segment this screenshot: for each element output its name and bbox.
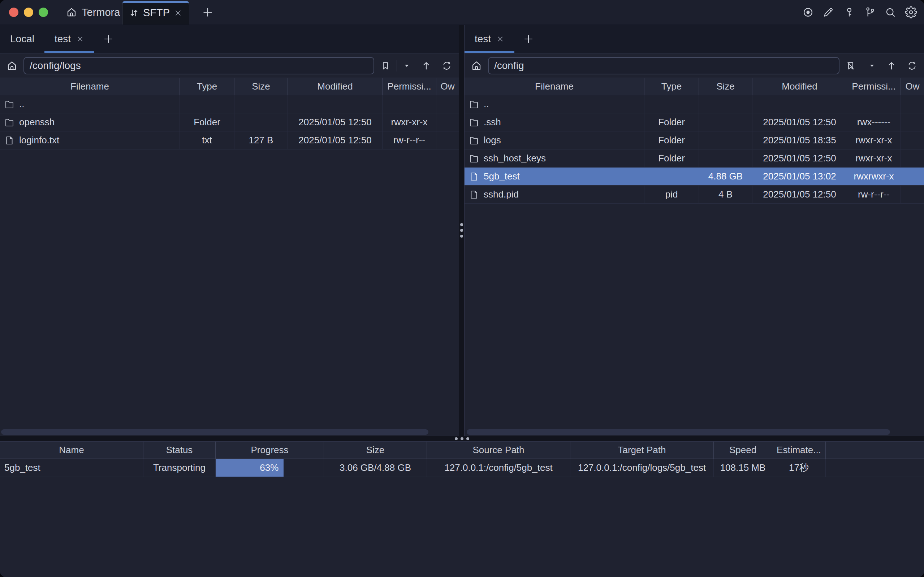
left-panel-empty-area: [0, 150, 459, 436]
table-row[interactable]: logs Folder 2025/01/05 18:35 rwxr-xr-x: [464, 131, 924, 150]
col-permissions[interactable]: Permissi...: [847, 78, 901, 95]
cell-modified: 2025/01/05 12:50: [288, 113, 382, 131]
col-progress[interactable]: Progress: [216, 442, 324, 459]
port-forwarding-button[interactable]: [863, 6, 876, 19]
settings-button[interactable]: [905, 6, 918, 19]
left-tab-test[interactable]: test: [44, 25, 94, 53]
col-permissions[interactable]: Permissi...: [382, 78, 436, 95]
edit-button[interactable]: [822, 6, 835, 19]
cell-size: 3.06 GB/4.88 GB: [324, 459, 427, 477]
cell-filename: 5gb_test: [484, 171, 520, 182]
col-size[interactable]: Size: [324, 442, 427, 459]
left-add-tab-button[interactable]: [94, 25, 123, 53]
cell-type: Folder: [644, 150, 699, 167]
vertical-splitter[interactable]: [459, 25, 464, 436]
col-type[interactable]: Type: [180, 78, 234, 95]
left-bookmark-menu-button[interactable]: [403, 62, 410, 69]
folder-icon: [469, 118, 479, 127]
right-tab-test[interactable]: test: [464, 25, 514, 53]
folder-icon: [469, 99, 479, 110]
table-row[interactable]: ssh_host_keys Folder 2025/01/05 12:50 rw…: [464, 150, 924, 168]
col-owner[interactable]: Ow: [901, 78, 924, 95]
search-button[interactable]: [884, 6, 897, 19]
record-icon: [802, 6, 814, 18]
col-status[interactable]: Status: [144, 442, 216, 459]
left-parent-dir-button[interactable]: [421, 60, 432, 71]
cell-size: 127 B: [234, 131, 288, 149]
cell-permissions: rw-r--r--: [382, 131, 436, 149]
col-owner[interactable]: Ow: [436, 78, 459, 95]
tab-termora[interactable]: Termora: [66, 6, 120, 18]
cell-type: pid: [644, 185, 699, 203]
arrow-up-icon: [421, 60, 432, 71]
tab-sftp-label: SFTP: [143, 7, 170, 19]
right-path-input[interactable]: [488, 57, 840, 74]
right-add-tab-button[interactable]: [514, 25, 543, 53]
keys-button[interactable]: [843, 6, 856, 19]
right-parent-dir-button[interactable]: [886, 60, 897, 71]
right-home-button[interactable]: [471, 60, 482, 71]
left-tab-local[interactable]: Local: [0, 25, 44, 53]
cell-filename: sshd.pid: [484, 189, 519, 200]
right-refresh-button[interactable]: [907, 60, 918, 71]
table-row[interactable]: sshd.pid pid 4 B 2025/01/05 12:50 rw-r--…: [464, 185, 924, 204]
col-size[interactable]: Size: [234, 78, 288, 95]
left-bookmark-button[interactable]: [381, 61, 390, 71]
left-file-table: Filename Type Size Modified Permissi... …: [0, 78, 459, 150]
col-name[interactable]: Name: [0, 442, 144, 459]
table-row-selected[interactable]: 5gb_test 4.88 GB 2025/01/05 13:02 rwxrwx…: [464, 168, 924, 185]
col-filename[interactable]: Filename: [464, 78, 644, 95]
col-source-path[interactable]: Source Path: [427, 442, 570, 459]
cell-type: Folder: [644, 113, 699, 131]
close-window-button[interactable]: [9, 8, 18, 17]
bottom-empty-area: [0, 477, 924, 577]
zoom-window-button[interactable]: [39, 8, 48, 17]
transfer-row[interactable]: 5gb_test Transporting 63% 3.06 GB/4.88 G…: [0, 459, 924, 477]
col-size[interactable]: Size: [699, 78, 752, 95]
cell-type: [644, 168, 699, 185]
divider: [862, 60, 862, 71]
col-filename[interactable]: Filename: [0, 78, 180, 95]
col-modified[interactable]: Modified: [752, 78, 847, 95]
cell-target-path: 127.0.0.1:/config/logs/5gb_test: [570, 459, 714, 477]
grip-icon: [455, 437, 469, 440]
grip-icon: [460, 223, 463, 238]
right-horizontal-scrollbar[interactable]: [464, 429, 924, 435]
col-target-path[interactable]: Target Path: [570, 442, 714, 459]
left-path-input[interactable]: [24, 57, 374, 74]
left-tab-close-icon[interactable]: [76, 35, 84, 43]
home-icon: [471, 60, 482, 71]
left-horizontal-scrollbar[interactable]: [0, 429, 459, 435]
right-bookmark-button[interactable]: [846, 61, 856, 71]
plus-icon: [523, 34, 534, 44]
table-row[interactable]: loginfo.txt txt 127 B 2025/01/05 12:50 r…: [0, 131, 459, 150]
right-tab-close-icon[interactable]: [496, 35, 504, 43]
table-row[interactable]: ..: [0, 95, 459, 113]
scrollbar-thumb[interactable]: [467, 429, 890, 435]
right-table-header: Filename Type Size Modified Permissi... …: [464, 78, 924, 95]
scrollbar-thumb[interactable]: [1, 429, 428, 435]
cell-speed: 108.15 MB: [714, 459, 772, 477]
cell-modified: [752, 95, 847, 113]
horizontal-splitter[interactable]: [0, 436, 924, 442]
left-home-button[interactable]: [6, 60, 17, 71]
transfer-arrows-icon: [129, 8, 139, 18]
left-refresh-button[interactable]: [442, 60, 452, 71]
col-speed[interactable]: Speed: [714, 442, 772, 459]
col-modified[interactable]: Modified: [288, 78, 382, 95]
record-button[interactable]: [801, 6, 814, 19]
right-bookmark-menu-button[interactable]: [868, 62, 876, 69]
table-row[interactable]: ..: [464, 95, 924, 113]
new-tab-button[interactable]: [197, 0, 219, 24]
col-type[interactable]: Type: [644, 78, 699, 95]
table-row[interactable]: .ssh Folder 2025/01/05 12:50 rwx------: [464, 113, 924, 131]
table-row[interactable]: openssh Folder 2025/01/05 12:50 rwxr-xr-…: [0, 113, 459, 131]
cell-permissions: [847, 95, 901, 113]
folder-icon: [469, 135, 479, 145]
cell-owner: [901, 150, 924, 167]
tab-sftp[interactable]: SFTP: [122, 1, 189, 24]
tab-sftp-close-icon[interactable]: [174, 9, 182, 17]
cell-extra: [826, 459, 924, 477]
minimize-window-button[interactable]: [24, 8, 33, 17]
col-estimate[interactable]: Estimate...: [772, 442, 826, 459]
